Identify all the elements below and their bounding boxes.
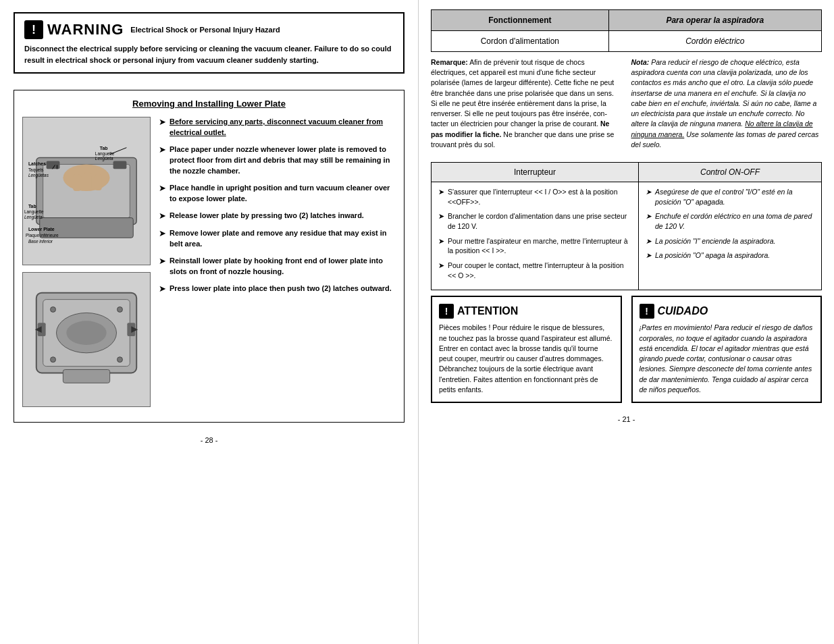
top-table: Fonctionnement Para operar la aspiradora… [431,9,822,52]
arrow-6: ➤ [159,255,166,277]
diagram-bottom-svg [23,273,150,406]
spanish-item-1: Asegúrese de que el control "I/O" esté e… [646,187,814,207]
svg-text:Lengüeta: Lengüeta [24,215,43,220]
arrow-3: ➤ [159,182,166,205]
svg-text:Tab: Tab [28,204,36,209]
lower-plate-title: Removing and Installing Lower Plate [22,99,396,109]
svg-text:Latches: Latches [28,161,46,166]
attention-title-row: ! ATTENTION [439,304,614,319]
cuidado-icon: ! [640,304,654,319]
diagram-bottom [22,272,151,407]
svg-rect-8 [73,174,81,191]
instruction-2: ➤ Place paper under nozzle whenever lowe… [159,144,396,177]
french-item-3: Pour mettre l'aspirateur en marche, mett… [438,236,631,256]
instruction-4: ➤ Release lower plate by pressing two (2… [159,211,396,222]
svg-text:Taquets: Taquets [28,167,43,173]
warning-subtitle: Electrical Shock or Personal Injury Haza… [130,26,280,34]
instruction-text-7: Press lower plate into place then push t… [170,284,392,295]
warning-title-text: WARNING [47,21,124,38]
subheader-left: Cordon d'alimentation [432,31,609,52]
left-panel: ! WARNING Electrical Shock or Personal I… [0,0,419,644]
spanish-note: Nota: Para reducir el riesgo de choque e… [631,57,823,153]
french-item-1: S'assurer que l'interrupteur << I / O>> … [438,187,631,207]
arrow-1: ➤ [159,116,166,138]
warning-body: Disconnect the electrical supply before … [24,43,394,65]
svg-rect-9 [84,172,92,190]
svg-rect-4 [113,161,127,169]
subheader-right: Cordón eléctrico [608,31,821,52]
diagram-top: Latches Taquets Lengüetas Tab Languette … [22,117,151,265]
french-item-2: Brancher le cordon d'alimentation dans u… [438,211,631,231]
notes-section: Remarque: Afin de prévenir tout risque d… [431,57,822,153]
warning-box: ! WARNING Electrical Shock or Personal I… [14,12,405,74]
svg-point-29 [66,321,106,345]
instruction-text-5: Remove lower plate and remove any residu… [170,228,396,250]
instruction-text-2: Place paper under nozzle whenever lower … [170,144,396,177]
cuidado-title-text: CUIDADO [658,305,708,317]
svg-text:Languette: Languette [95,151,115,157]
svg-text:Lengüetas: Lengüetas [28,173,49,178]
attention-title-text: ATTENTION [457,305,518,317]
instruction-7: ➤ Press lower plate into place then push… [159,284,396,295]
cuidado-box: ! CUIDADO ¡Partes en movimiento! Para re… [631,296,823,403]
instruction-text-3: Place handle in upright position and tur… [170,183,396,205]
page-number-left: - 28 - [14,436,405,444]
instruction-6: ➤ Reinstall lower plate by hooking front… [159,256,396,277]
page-number-right: - 21 - [431,415,822,423]
lower-plate-section: Removing and Installing Lower Plate [14,90,405,423]
svg-point-37 [118,357,123,363]
arrow-4: ➤ [159,210,166,222]
instruction-3: ➤ Place handle in upright position and t… [159,183,396,205]
header-left: Fonctionnement [432,10,609,31]
attention-box: ! ATTENTION Pièces mobiles ! Pour réduir… [431,296,622,403]
diagram-top-svg: Latches Taquets Lengüetas Tab Languette … [23,117,150,265]
svg-rect-10 [95,174,102,190]
svg-point-36 [51,357,56,363]
interrupteur-spanish-items: Asegúrese de que el control "I/O" esté e… [638,182,821,290]
attention-row: ! ATTENTION Pièces mobiles ! Pour réduir… [431,296,822,403]
french-note: Remarque: Afin de prévenir tout risque d… [431,57,622,153]
french-bullet-list: S'assurer que l'interrupteur << I / O>> … [438,187,631,281]
lower-plate-content: Latches Taquets Lengüetas Tab Languette … [22,117,396,414]
svg-point-35 [118,307,123,313]
spanish-item-4: La posición "O" apaga la aspiradora. [646,250,814,261]
spanish-item-2: Enchufe el cordón eléctrico en una toma … [646,211,814,231]
instruction-text-1: Before servicing any parts, disconnect v… [170,117,396,138]
spanish-item-3: La posición "I" enciende la aspiradora. [646,236,814,246]
svg-point-34 [51,307,56,313]
interrupteur-french-items: S'assurer que l'interrupteur << I / O>> … [432,182,639,290]
interrupteur-header-left: Interrupteur [432,162,639,182]
cuidado-body: ¡Partes en movimiento! Para reducir el r… [640,323,814,395]
instruction-1: ➤ Before servicing any parts, disconnect… [159,117,396,138]
svg-text:Lengüeta: Lengüeta [95,156,113,161]
instruction-5: ➤ Remove lower plate and remove any resi… [159,228,396,250]
header-right: Para operar la aspiradora [608,10,821,31]
interrupteur-header-right: Control ON-OFF [638,162,821,182]
diagrams-column: Latches Taquets Lengüetas Tab Languette … [22,117,151,414]
warning-icon: ! [24,20,43,39]
svg-text:Lower Plate: Lower Plate [28,227,55,232]
attention-icon: ! [439,304,454,319]
svg-text:Tab: Tab [100,146,108,151]
svg-text:Base inferior: Base inferior [28,239,53,244]
spanish-bullet-list: Asegúrese de que el control "I/O" esté e… [646,187,814,261]
svg-rect-38 [63,370,109,383]
instruction-text-6: Reinstall lower plate by hooking front e… [170,256,396,277]
svg-text:Plaque inférieure: Plaque inférieure [26,233,59,238]
instruction-text-4: Release lower plate by pressing two (2) … [170,211,364,222]
warning-title-row: ! WARNING Electrical Shock or Personal I… [24,20,394,39]
arrow-2: ➤ [159,144,166,177]
arrow-7: ➤ [159,283,166,295]
instructions-column: ➤ Before servicing any parts, disconnect… [159,117,396,414]
interrupteur-table: Interrupteur Control ON-OFF S'assurer qu… [431,162,822,291]
arrow-5: ➤ [159,227,166,250]
french-item-4: Pour couper le contact, mettre l'interru… [438,261,631,280]
attention-body: Pièces mobiles ! Pour réduire le risque … [439,323,614,395]
svg-text:Languette: Languette [24,209,44,215]
cuidado-title-row: ! CUIDADO [640,304,814,319]
right-panel: Fonctionnement Para operar la aspiradora… [419,0,834,644]
